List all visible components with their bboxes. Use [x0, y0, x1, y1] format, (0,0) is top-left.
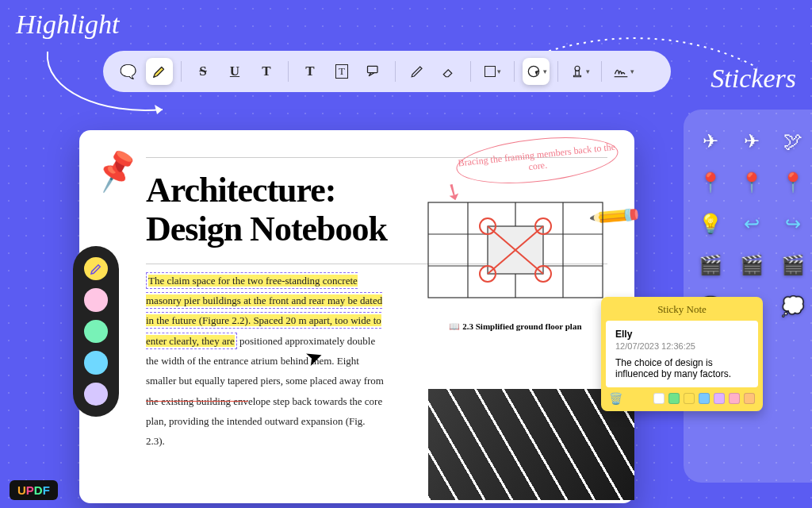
strikethrough-text: the existing building env: [146, 395, 248, 407]
stickers-panel: ✈︎ ✈︎ 🕊︎ 📍 📍 📍 💡 ↩︎ ↪︎ 🎬 🎬 🎬 💬 ⋯ 💭: [684, 110, 812, 483]
svg-rect-0: [368, 66, 378, 72]
note-color[interactable]: [699, 393, 710, 404]
toolbar-separator: [470, 61, 471, 82]
pushpin-icon[interactable]: 📍: [777, 167, 809, 198]
toolbar-separator: [601, 61, 602, 82]
toolbar-separator: [557, 61, 558, 82]
pushpin-icon[interactable]: 📍: [736, 167, 768, 198]
underline-tool-icon[interactable]: U: [221, 58, 248, 85]
note-color[interactable]: [714, 393, 725, 404]
palette-color[interactable]: [84, 320, 108, 343]
note-color[interactable]: [653, 393, 665, 404]
highlight-color-palette: [73, 246, 119, 417]
palette-color[interactable]: [84, 383, 108, 406]
lightbulb-icon[interactable]: 💡: [695, 208, 726, 240]
note-color[interactable]: [744, 393, 755, 404]
sticky-note-title: Sticky Note: [606, 302, 758, 321]
strikethrough-tool-icon[interactable]: S: [190, 58, 216, 85]
body-text: The claim space for the two free-standin…: [146, 271, 384, 452]
text-tool-icon[interactable]: T: [297, 58, 324, 85]
note-color[interactable]: [668, 393, 680, 404]
textbox-tool-icon[interactable]: T: [328, 58, 355, 85]
app-logo: UPDF: [10, 480, 58, 500]
toolbar-separator: [395, 61, 396, 82]
sticky-note-date: 12/07/2023 12:36:25: [615, 341, 749, 351]
thought-icon[interactable]: 💭: [777, 291, 809, 322]
squiggly-tool-icon[interactable]: T: [253, 58, 280, 85]
callout-tool-icon[interactable]: [360, 58, 387, 85]
note-color[interactable]: [729, 393, 740, 404]
shape-tool-icon[interactable]: ▾: [479, 58, 506, 85]
figure-floorplan: 📖 2.3 Simplified ground floor plan: [412, 187, 619, 332]
toolbar-separator: [181, 61, 182, 82]
signature-tool-icon[interactable]: ▾: [610, 58, 637, 85]
figure-caption: 📖 2.3 Simplified ground floor plan: [412, 321, 619, 332]
sticker-tool-icon[interactable]: ▾: [523, 58, 550, 85]
svg-point-2: [575, 66, 580, 71]
pushpin-icon[interactable]: 📍: [695, 167, 726, 198]
toolbar-separator: [514, 61, 515, 82]
callout-label-stickers: Stickers: [710, 64, 796, 94]
paper-plane-icon[interactable]: ✈︎: [736, 125, 768, 157]
origami-icon[interactable]: 🕊︎: [777, 125, 809, 157]
sticky-note-author: Elly: [615, 329, 749, 340]
sticky-note[interactable]: Sticky Note Elly 12/07/2023 12:36:25 The…: [601, 297, 763, 411]
clapper-icon[interactable]: 🎬: [695, 249, 726, 281]
palette-color[interactable]: [84, 351, 108, 374]
eraser-tool-icon[interactable]: [435, 58, 462, 85]
trash-icon[interactable]: 🗑️: [609, 392, 622, 405]
color-picker-icon[interactable]: [84, 257, 108, 280]
annotation-toolbar: 🗨️ S U T T T ▾ ▾ ▾ ▾: [103, 51, 671, 92]
sticky-note-text: The choice of design is influenced by ma…: [615, 357, 749, 379]
pencil-tool-icon[interactable]: [404, 58, 431, 85]
note-color[interactable]: [684, 393, 695, 404]
clapper-icon[interactable]: 🎬: [777, 249, 809, 281]
sticky-note-body: Elly 12/07/2023 12:36:25 The choice of d…: [606, 321, 758, 387]
callout-label-highlight: Highlight: [16, 10, 119, 40]
palette-color[interactable]: [84, 288, 108, 311]
arrow-sticker-icon[interactable]: ↪︎: [777, 208, 809, 240]
highlighter-tool-icon[interactable]: [146, 58, 173, 85]
clapper-icon[interactable]: 🎬: [736, 249, 768, 281]
comment-tool-icon[interactable]: 🗨️: [114, 58, 141, 85]
sticky-note-toolbar: 🗑️: [606, 387, 758, 406]
toolbar-separator: [288, 61, 289, 82]
stamp-tool-icon[interactable]: ▾: [566, 58, 593, 85]
arrow-sticker-icon[interactable]: ↩︎: [736, 208, 768, 240]
paper-plane-icon[interactable]: ✈︎: [695, 125, 726, 157]
